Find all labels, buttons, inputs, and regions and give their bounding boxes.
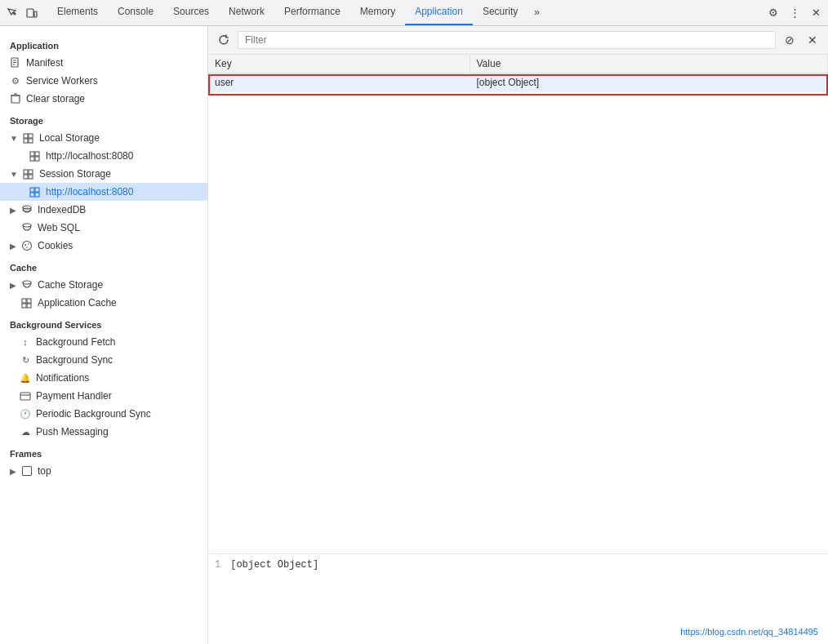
table-header-row: Key Value bbox=[208, 55, 828, 73]
bottom-panel: 1[object Object] https://blog.csdn.net/q… bbox=[208, 553, 828, 643]
svg-rect-12 bbox=[29, 139, 33, 143]
indexeddb-icon bbox=[21, 204, 33, 215]
refresh-button[interactable] bbox=[215, 31, 233, 49]
local-storage-icon bbox=[23, 132, 34, 144]
more-icon[interactable]: ⋮ bbox=[786, 4, 804, 22]
payment-handler-label: Payment Handler bbox=[36, 390, 112, 402]
manifest-label: Manifest bbox=[26, 57, 63, 69]
svg-rect-10 bbox=[29, 134, 33, 138]
sidebar-item-service-workers[interactable]: ⚙ Service Workers bbox=[0, 72, 207, 90]
svg-rect-19 bbox=[24, 175, 28, 179]
sidebar-item-application-cache[interactable]: ▶ Application Cache bbox=[0, 294, 207, 312]
filter-input[interactable] bbox=[238, 31, 776, 49]
session-storage-chevron: ▼ bbox=[10, 170, 18, 179]
tab-sources[interactable]: Sources bbox=[163, 0, 219, 25]
service-workers-label: Service Workers bbox=[26, 75, 98, 87]
svg-point-30 bbox=[28, 243, 29, 245]
svg-rect-9 bbox=[24, 134, 28, 138]
section-cache: Cache bbox=[0, 255, 207, 276]
filter-clear-button[interactable]: ⊘ bbox=[781, 31, 799, 49]
svg-rect-34 bbox=[27, 299, 31, 303]
frame-icon bbox=[21, 465, 33, 477]
periodic-bg-sync-icon: 🕐 bbox=[20, 408, 31, 420]
session-storage-icon bbox=[23, 168, 34, 180]
tab-network[interactable]: Network bbox=[219, 0, 274, 25]
svg-rect-35 bbox=[22, 304, 26, 308]
sidebar-item-notifications[interactable]: 🔔 Notifications bbox=[0, 369, 207, 387]
sidebar-item-clear-storage[interactable]: Clear storage bbox=[0, 90, 207, 108]
sidebar-item-bg-fetch[interactable]: ↕ Background Fetch bbox=[0, 333, 207, 351]
sidebar-item-local-storage[interactable]: ▼ Local Storage bbox=[0, 129, 207, 147]
svg-rect-13 bbox=[30, 152, 34, 156]
bg-sync-label: Background Sync bbox=[36, 354, 113, 366]
sidebar-item-cookies[interactable]: ▶ Cookies bbox=[0, 237, 207, 255]
clear-storage-label: Clear storage bbox=[26, 93, 85, 104]
tab-application[interactable]: Application bbox=[405, 0, 473, 25]
svg-rect-0 bbox=[27, 9, 33, 17]
sidebar-item-session-storage[interactable]: ▼ Session Storage bbox=[0, 165, 207, 183]
settings-icon[interactable]: ⚙ bbox=[764, 4, 782, 22]
tab-security[interactable]: Security bbox=[473, 0, 528, 25]
sidebar-item-local-storage-origin[interactable]: http://localhost:8080 bbox=[0, 147, 207, 165]
section-frames: Frames bbox=[0, 441, 207, 462]
svg-point-28 bbox=[23, 242, 32, 251]
device-icon[interactable] bbox=[23, 4, 41, 22]
payment-icon bbox=[20, 390, 31, 402]
svg-rect-17 bbox=[24, 170, 28, 174]
main-layout: Application Manifest ⚙ Service Workers C… bbox=[0, 26, 828, 644]
tab-list: Elements Console Sources Network Perform… bbox=[47, 0, 758, 25]
bg-fetch-icon: ↕ bbox=[20, 336, 31, 348]
clear-storage-icon bbox=[10, 93, 21, 104]
indexeddb-chevron: ▶ bbox=[10, 206, 16, 215]
notifications-label: Notifications bbox=[36, 372, 89, 384]
gear-icon: ⚙ bbox=[10, 75, 21, 87]
svg-rect-14 bbox=[35, 152, 39, 156]
data-table: Key Value user [object Object] bbox=[208, 55, 828, 92]
sidebar: Application Manifest ⚙ Service Workers C… bbox=[0, 26, 208, 644]
bg-fetch-label: Background Fetch bbox=[36, 336, 115, 348]
line-number: 1 bbox=[215, 559, 220, 571]
svg-point-27 bbox=[23, 224, 31, 227]
local-storage-chevron: ▼ bbox=[10, 134, 18, 143]
sidebar-item-bg-sync[interactable]: ↻ Background Sync bbox=[0, 351, 207, 369]
watermark: https://blog.csdn.net/qq_34814495 bbox=[680, 627, 818, 637]
sidebar-item-session-storage-origin[interactable]: http://localhost:8080 bbox=[0, 183, 207, 201]
table-row[interactable]: user [object Object] bbox=[208, 73, 828, 92]
sidebar-item-manifest[interactable]: Manifest bbox=[0, 54, 207, 72]
svg-rect-1 bbox=[34, 11, 37, 17]
cache-storage-chevron: ▶ bbox=[10, 281, 16, 290]
tab-memory[interactable]: Memory bbox=[350, 0, 405, 25]
tab-elements[interactable]: Elements bbox=[47, 0, 108, 25]
svg-point-31 bbox=[26, 246, 28, 248]
tab-performance[interactable]: Performance bbox=[274, 0, 350, 25]
local-storage-origin-label: http://localhost:8080 bbox=[46, 150, 133, 162]
filter-bar: ⊘ ✕ bbox=[208, 26, 828, 55]
sidebar-item-indexeddb[interactable]: ▶ IndexedDB bbox=[0, 201, 207, 219]
tab-console[interactable]: Console bbox=[108, 0, 163, 25]
svg-rect-20 bbox=[29, 175, 33, 179]
sidebar-item-frames-top[interactable]: ▶ top bbox=[0, 462, 207, 480]
bg-sync-icon: ↻ bbox=[20, 354, 31, 366]
inspect-icon[interactable] bbox=[3, 4, 21, 22]
top-bar: Elements Console Sources Network Perform… bbox=[0, 0, 828, 26]
section-bg-services: Background Services bbox=[0, 312, 207, 333]
local-storage-label: Local Storage bbox=[39, 132, 100, 144]
app-cache-icon bbox=[21, 297, 33, 309]
column-key: Key bbox=[208, 55, 470, 73]
sidebar-item-websql[interactable]: ▶ Web SQL bbox=[0, 219, 207, 237]
push-messaging-icon: ☁ bbox=[20, 426, 31, 437]
svg-rect-36 bbox=[27, 304, 31, 308]
close-icon[interactable]: ✕ bbox=[807, 4, 825, 22]
tab-overflow[interactable]: » bbox=[528, 0, 546, 25]
periodic-bg-sync-label: Periodic Background Sync bbox=[36, 408, 151, 420]
top-bar-right-icons: ⚙ ⋮ ✕ bbox=[764, 4, 825, 22]
sidebar-item-payment-handler[interactable]: Payment Handler bbox=[0, 387, 207, 405]
notifications-icon: 🔔 bbox=[20, 372, 31, 384]
filter-close-button[interactable]: ✕ bbox=[804, 31, 821, 49]
sidebar-item-cache-storage[interactable]: ▶ Cache Storage bbox=[0, 276, 207, 294]
cache-storage-label: Cache Storage bbox=[38, 279, 103, 291]
sidebar-item-periodic-bg-sync[interactable]: 🕐 Periodic Background Sync bbox=[0, 405, 207, 423]
local-storage-origin-icon bbox=[29, 150, 41, 162]
sidebar-item-push-messaging[interactable]: ☁ Push Messaging bbox=[0, 423, 207, 441]
cache-storage-icon bbox=[21, 279, 33, 291]
